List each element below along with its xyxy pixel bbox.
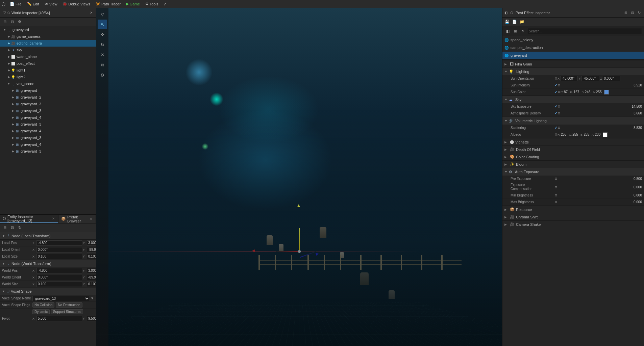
tree-arrow-g4a[interactable]: ▶ [11,116,15,119]
local-pos-y-input[interactable] [87,240,96,246]
tree-item-light1[interactable]: ▶ 💡 light1 [0,67,96,74]
albedo-gear[interactable]: ⚙ [554,133,558,136]
ei-fit-btn[interactable]: ⊡ [9,224,16,231]
ei-expand-btn[interactable]: ⊞ [1,224,8,231]
tree-item-graveyard-3e[interactable]: ▶ ⊞ graveyard_3 [0,148,96,155]
tree-item-light2[interactable]: ▶ 💡 light2 [0,74,96,80]
tree-arrow-game-camera[interactable]: ▶ [7,35,11,38]
voxel-name-select[interactable]: graveyard_13 [32,296,90,301]
wi-collapse-btn[interactable]: ▽ [2,10,7,16]
sky-exp-gear[interactable]: ⚙ [558,105,561,108]
exp-comp-gear[interactable]: ⚙ [554,185,558,189]
tree-item-graveyard-4b[interactable]: ▶ ⊞ graveyard_4 [0,128,96,134]
sky-arrow[interactable]: ▼ [504,98,507,101]
tree-item-editing-camera[interactable]: ▶ 🎥 editing_camera [0,40,96,47]
rp-refresh-btn[interactable]: ↻ [637,10,642,16]
effect-dof[interactable]: ▶ 🎥 Depth Of Field [502,146,644,153]
vp-filter-btn[interactable]: ▽ [98,9,107,19]
dof-expand[interactable]: ▶ [504,148,510,151]
film-grain-expand[interactable]: ▶ [504,62,510,66]
tree-arrow-light1[interactable]: ▶ [7,69,11,72]
tree-arrow-g3a[interactable]: ▶ [11,102,15,106]
sun-orient-gear[interactable]: ⚙ [554,77,558,80]
preset-refresh-btn[interactable]: ↻ [519,28,526,34]
lighting-arrow[interactable]: ▼ [504,70,507,73]
tab-entity-inspector[interactable]: ⬡ Entity Inspector [graveyard_13] ✕ [0,215,58,223]
menu-path-tracer[interactable]: 🔆Path Tracer [93,1,123,7]
atmo-density-check[interactable]: ✔ [554,111,558,115]
local-pos-x-input[interactable] [36,240,82,246]
lighting-header[interactable]: ▼ 💡 Lighting [502,68,644,75]
preset-graveyard[interactable]: 🌐 graveyard [502,52,644,59]
tree-item-water-plane[interactable]: ▶ ⬜ water_plane [0,53,96,60]
effect-vignette[interactable]: ▶ ⬤ Vignette [502,138,644,146]
rp-maximize-btn[interactable]: ⊞ [623,10,628,16]
effect-resource[interactable]: ▶ 📦 Resource [502,206,644,213]
vol-lighting-arrow[interactable]: ▼ [504,119,507,123]
sun-orient-x[interactable] [560,76,578,81]
entity-inspector-close[interactable]: ✕ [51,217,55,220]
menu-tools[interactable]: ⚙Tools [143,1,161,7]
tree-arrow-g1[interactable]: ▶ [11,89,15,92]
wi-fit-btn[interactable]: ⊡ [9,19,16,25]
vp-move-btn[interactable]: ✛ [98,30,107,39]
world-size-x-input[interactable] [36,282,82,287]
tree-item-graveyard-3a[interactable]: ▶ ⊞ graveyard_3 [0,101,96,107]
world-pos-y-input[interactable] [87,268,96,273]
auto-exposure-header[interactable]: ▼ ⚙ Auto Exposure [502,168,644,176]
tree-item-graveyard-1[interactable]: ▶ ⊞ graveyard [0,87,96,94]
prefab-browser-close[interactable]: ✕ [89,217,93,221]
tree-arrow-vox-scene[interactable]: ▼ [7,82,11,85]
sun-orient-z[interactable] [603,76,620,81]
chroma-expand[interactable]: ▶ [504,215,510,219]
rp-save-btn[interactable]: 💾 [504,19,511,25]
tree-item-graveyard-2[interactable]: ▶ ⊞ graveyard_2 [0,94,96,101]
effect-film-grain[interactable]: ▶ 🎞 Film Grain [502,60,644,68]
rp-collapse-icon[interactable]: ◧ [504,11,507,15]
pivot-x-input[interactable] [36,316,82,321]
local-orient-x-input[interactable] [36,247,82,252]
vp-rotate-btn[interactable]: ↻ [98,40,107,49]
tree-arrow-g2[interactable]: ▶ [11,96,15,99]
sun-color-gear[interactable]: ⚙ [558,90,561,94]
entity-inspector-scroll[interactable]: ▼ ⋮ Node (Local Transform) Local Pos X Y [0,232,96,346]
voxel-shape-arrow[interactable]: ▼ [2,290,5,293]
world-orient-x-input[interactable] [36,275,82,280]
pivot-y-input[interactable] [87,316,96,321]
wi-expand-btn[interactable]: ⊞ [1,19,8,25]
world-pos-x-input[interactable] [36,268,82,273]
tab-prefab-browser[interactable]: 📦 Prefab Browser ✕ [58,215,96,223]
sun-color-check[interactable]: ✔ [554,90,558,94]
scattering-gear[interactable]: ⚙ [558,126,561,130]
tree-item-graveyard-3d[interactable]: ▶ ⊞ graveyard_3 [0,134,96,141]
tree-arrow-water-plane[interactable]: ▶ [7,55,11,58]
sky-header[interactable]: ▼ ☁ Sky [502,96,644,103]
tree-item-graveyard-4c[interactable]: ▶ ⊞ graveyard_4 [0,141,96,148]
menu-file[interactable]: 📄File [7,1,24,7]
local-size-y-input[interactable] [87,254,96,259]
local-orient-y-input[interactable] [87,247,96,252]
tree-arrow-g3e[interactable]: ▶ [11,150,15,153]
tree-arrow-graveyard[interactable]: ▼ [3,28,7,31]
vignette-expand[interactable]: ▶ [504,140,510,144]
local-size-x-input[interactable] [36,254,82,259]
tree-item-game-camera[interactable]: ▶ 🎥 game_camera [0,33,96,40]
tree-arrow-sky[interactable]: ▶ [7,48,11,52]
tree-item-graveyard-4a[interactable]: ▶ ⊞ graveyard_4 [0,114,96,121]
preset-collapse-btn[interactable]: ◧ [504,28,511,34]
sky-exp-check[interactable]: ✔ [554,104,558,109]
albedo-swatch[interactable] [603,132,608,137]
effect-chroma-shift[interactable]: ▶ 🎥 Chroma Shift [502,213,644,221]
section-voxel-shape[interactable]: ▼ ⊞ Voxel Shape [0,288,96,295]
vol-lighting-header[interactable]: ▼ 🌫 Volumetric Lighting [502,117,644,125]
menu-edit[interactable]: ✏️Edit [25,1,42,7]
rp-scroll[interactable]: 🌐 space_colony 🌐 sample_destruction 🌐 gr… [502,36,644,346]
tree-arrow-g3b[interactable]: ▶ [11,109,15,112]
world-size-y-input[interactable] [87,282,96,287]
effect-color-grading[interactable]: ▶ 🎨 Color Grading [502,153,644,161]
tree-item-graveyard-3c[interactable]: ▶ ⊞ graveyard_3 [0,121,96,128]
sun-intensity-check[interactable]: ✔ [554,83,558,87]
rp-save-as-btn[interactable]: 📄 [511,19,518,25]
tree-item-post-effect[interactable]: ▶ ⬜ post_effect [0,60,96,67]
tree-arrow-g3c[interactable]: ▶ [11,123,15,126]
